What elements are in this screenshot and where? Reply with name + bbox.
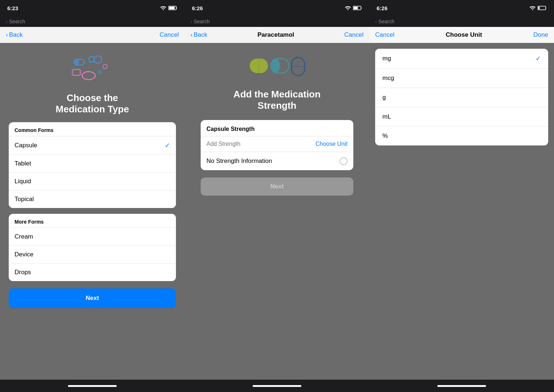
screen-content-2: Add the Medication Strength Capsule Stre…	[185, 43, 369, 380]
unit-mg-check: ✓	[535, 55, 541, 63]
status-icons-2	[345, 6, 362, 10]
nav-bar-2: ‹ Back Paracetamol Cancel	[185, 27, 369, 43]
unit-mg-label: mg	[382, 55, 391, 62]
svg-point-20	[532, 9, 533, 11]
status-bar-1: 6:23	[0, 0, 185, 16]
battery-icon-2	[353, 6, 362, 10]
screen-content-1: Choose the Medication Type Common Forms …	[0, 43, 185, 380]
back-chevron-2: ‹	[190, 31, 193, 39]
wifi-icon	[160, 6, 166, 10]
svg-point-10	[103, 64, 107, 69]
capsule-strength-header: Capsule Strength	[201, 120, 353, 136]
unit-mcg-label: mcg	[382, 75, 394, 82]
med-strength-illustration	[248, 50, 306, 83]
capsule-label: Capsule	[15, 142, 37, 149]
list-item-tablet[interactable]: Tablet	[9, 155, 176, 172]
unit-percent-label: %	[382, 132, 388, 140]
wifi-icon-2	[345, 6, 351, 10]
done-button-3[interactable]: Done	[533, 31, 548, 39]
list-item-capsule[interactable]: Capsule ✓	[9, 136, 176, 155]
list-item-device[interactable]: Device	[9, 245, 176, 263]
svg-marker-7	[94, 56, 101, 64]
svg-point-8	[82, 72, 95, 80]
unit-g-label: g	[382, 94, 386, 101]
next-button-2: Next	[201, 177, 353, 196]
panel3-content: mg ✓ mcg g mL %	[369, 43, 554, 380]
more-forms-header: More Forms	[9, 214, 176, 228]
cancel-button-2[interactable]: Cancel	[344, 31, 364, 39]
panel1-title: Choose the Medication Type	[56, 92, 129, 115]
back-chevron-1: ‹	[6, 31, 8, 39]
battery-icon	[168, 6, 177, 10]
home-bar-1	[68, 385, 117, 387]
svg-point-5	[89, 56, 95, 62]
strength-card: Capsule Strength Choose Unit No Strength…	[201, 120, 353, 170]
battery-icon-3	[538, 6, 547, 10]
svg-rect-4	[74, 59, 79, 65]
choose-unit-button[interactable]: Choose Unit	[316, 141, 348, 147]
common-forms-header: Common Forms	[9, 122, 176, 136]
search-arrow-2: ‹	[190, 19, 192, 24]
status-bar-3: 6:26	[369, 0, 554, 16]
svg-point-0	[163, 9, 164, 11]
panel1-title-line1: Choose the	[67, 92, 118, 103]
list-item-topical[interactable]: Topical	[9, 190, 176, 208]
panel1-phone: 6:23 ‹ Search ‹ Back Cancel	[0, 0, 185, 392]
search-bar-1: ‹ Search	[0, 16, 185, 27]
list-item-liquid[interactable]: Liquid	[9, 172, 176, 190]
time-2: 6:26	[192, 5, 203, 11]
capsule-checkmark: ✓	[165, 141, 170, 149]
medication-type-svg	[71, 52, 114, 85]
svg-rect-17	[271, 59, 280, 73]
search-label-3: Search	[378, 19, 394, 24]
tablet-label: Tablet	[15, 160, 31, 167]
nav-title-2: Paracetamol	[257, 31, 294, 39]
list-item-drops[interactable]: Drops	[9, 263, 176, 281]
search-bar-2: ‹ Search	[185, 16, 369, 27]
add-strength-input[interactable]	[206, 141, 313, 147]
search-label-2: Search	[194, 19, 210, 24]
cancel-button-1[interactable]: Cancel	[160, 31, 179, 39]
svg-point-9	[98, 71, 101, 73]
strength-input-row[interactable]: Choose Unit	[201, 136, 353, 152]
no-strength-radio[interactable]	[340, 157, 348, 165]
status-icons-1	[160, 6, 177, 10]
unit-picker-card: mg ✓ mcg g mL %	[375, 49, 548, 145]
unit-ml-label: mL	[382, 113, 391, 120]
time-1: 6:23	[7, 5, 18, 11]
med-type-illustration	[71, 50, 114, 87]
more-forms-card: More Forms Cream Device Drops	[9, 214, 176, 281]
svg-point-11	[348, 9, 349, 11]
status-bar-2: 6:26	[185, 0, 369, 16]
unit-g[interactable]: g	[375, 88, 548, 107]
cream-label: Cream	[15, 233, 33, 240]
nav-bar-3: Cancel Choose Unit Done	[369, 27, 554, 43]
capsule-illustration-svg	[248, 53, 306, 80]
status-icons-3	[530, 6, 547, 10]
back-button-2[interactable]: ‹ Back	[190, 31, 207, 39]
svg-rect-6	[72, 69, 80, 75]
unit-mcg[interactable]: mcg	[375, 69, 548, 88]
svg-rect-13	[354, 7, 358, 9]
next-button-1[interactable]: Next	[9, 288, 176, 308]
nav-title-3: Choose Unit	[446, 31, 482, 39]
list-item-cream[interactable]: Cream	[9, 228, 176, 245]
device-label: Device	[15, 251, 33, 258]
panel3-phone: 6:26 ‹ Search Cancel Choose Unit Done	[369, 0, 554, 392]
nav-bar-1: ‹ Back Cancel	[0, 27, 185, 43]
panel2-title-line1: Add the Medication	[233, 89, 321, 100]
back-button-1[interactable]: ‹ Back	[6, 31, 23, 39]
unit-ml[interactable]: mL	[375, 107, 548, 127]
cancel-button-3[interactable]: Cancel	[375, 31, 394, 39]
home-bar-2	[253, 385, 301, 387]
unit-mg[interactable]: mg ✓	[375, 49, 548, 69]
common-forms-card: Common Forms Capsule ✓ Tablet Liquid Top…	[9, 122, 176, 208]
search-label-1: Search	[9, 19, 25, 24]
panel2-phone: 6:26 ‹ Search ‹ Back Paracetamol Cancel	[185, 0, 369, 392]
search-bar-3: ‹ Search	[369, 16, 554, 27]
panel2-title: Add the Medication Strength	[233, 89, 321, 111]
unit-percent[interactable]: %	[375, 127, 548, 145]
search-arrow-3: ‹	[375, 19, 377, 24]
no-strength-row[interactable]: No Strength Information	[201, 152, 353, 170]
panel1-title-line2: Medication Type	[56, 104, 129, 115]
